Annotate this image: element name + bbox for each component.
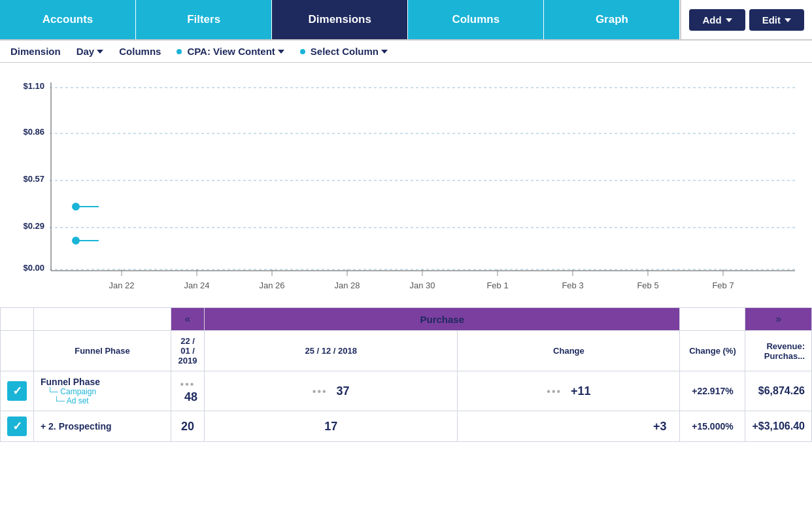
x-label-feb3: Feb 3 (562, 280, 583, 290)
nav-actions: Add Edit (680, 0, 812, 39)
dot-icon (177, 49, 182, 54)
prospecting-change-pct: +15.000% (680, 411, 745, 442)
chart-area: $1.10 $0.86 $0.57 $0.29 $0.00 Jan 22 Jan… (0, 63, 812, 307)
columns-label: Columns (119, 46, 161, 57)
y-label-0.57: $0.57 (23, 174, 44, 184)
y-label-0.86: $0.86 (23, 127, 44, 137)
funnel-col-header: Funnel Phase (34, 331, 171, 371)
next-arrow[interactable]: » (745, 308, 812, 331)
checkbox-icon: ✓ (7, 416, 27, 436)
purchase-header: Purchase (205, 308, 680, 331)
data-table: « Purchase » Funnel Phase 22 / 01 / 2019… (0, 307, 812, 442)
x-label-jan22: Jan 22 (109, 280, 134, 290)
select-column-dropdown[interactable]: Select Column (300, 46, 388, 57)
date1-col-header: 22 / 01 / 2019 (171, 331, 205, 371)
change-cell: ••• +11 (458, 371, 680, 411)
column-header-row: Funnel Phase 22 / 01 / 2019 25 / 12 / 20… (1, 331, 812, 371)
table-row: ✓ Funnel Phase └─ Campaign └─ Ad set •••… (1, 371, 812, 411)
x-label-feb7: Feb 7 (712, 280, 734, 290)
change-pct-col-header: Change (%) (680, 331, 745, 371)
chevron-down-icon (726, 18, 732, 22)
funnel-cell: Funnel Phase └─ Campaign └─ Ad set (34, 371, 171, 411)
chevron-down-icon (785, 18, 791, 22)
tab-graph[interactable]: Graph (544, 0, 680, 39)
x-label-jan26: Jan 26 (259, 280, 284, 290)
table-header-row: « Purchase » (1, 308, 812, 331)
empty-header2 (34, 308, 171, 331)
empty-header (1, 308, 34, 331)
row-checkbox[interactable]: ✓ (1, 411, 34, 442)
change-pct-cell: +22.917% (680, 371, 745, 411)
x-label-jan28: Jan 28 (334, 280, 360, 290)
day-dropdown[interactable]: Day (76, 46, 104, 57)
checkbox-icon: ✓ (7, 381, 27, 401)
prospecting-revenue: +$3,106.40 (745, 411, 812, 442)
y-label-0.00: $0.00 (23, 263, 44, 273)
tab-dimensions[interactable]: Dimensions (272, 0, 408, 39)
x-label-jan30: Jan 30 (409, 280, 435, 290)
date2-cell: ••• 37 (205, 371, 458, 411)
chevron-down-icon (381, 50, 388, 54)
tab-columns[interactable]: Columns (408, 0, 544, 39)
filter-row: Dimension Day Columns CPA: View Content … (0, 41, 812, 63)
tab-filters[interactable]: Filters (136, 0, 272, 39)
chevron-down-icon (97, 50, 103, 54)
x-label-feb1: Feb 1 (486, 280, 508, 290)
dot-icon (300, 49, 305, 54)
chevron-down-icon (278, 50, 284, 54)
y-label-1.10: $1.10 (23, 81, 44, 91)
x-label-jan24: Jan 24 (184, 280, 209, 290)
prospecting-label: + 2. Prospecting (34, 411, 171, 442)
top-navigation: Accounts Filters Dimensions Columns Grap… (0, 0, 812, 41)
edit-button[interactable]: Edit (749, 9, 804, 31)
tab-accounts[interactable]: Accounts (0, 0, 136, 39)
prospecting-val1: 20 (171, 411, 205, 442)
y-label-0.29: $0.29 (23, 221, 44, 231)
empty-header3 (680, 308, 745, 331)
line-chart: $1.10 $0.86 $0.57 $0.29 $0.00 Jan 22 Jan… (10, 69, 802, 305)
row-checkbox[interactable]: ✓ (1, 371, 34, 411)
dimension-label: Dimension (10, 46, 61, 57)
x-label-feb5: Feb 5 (637, 280, 658, 290)
prev-arrow[interactable]: « (171, 308, 205, 331)
add-button[interactable]: Add (689, 9, 745, 31)
revenue-cell: $6,874.26 (745, 371, 812, 411)
revenue-col-header: Revenue: Purchas... (745, 331, 812, 371)
prospecting-change: +3 (458, 411, 680, 442)
date1-cell: ••• 48 (171, 371, 205, 411)
cpa-dropdown[interactable]: CPA: View Content (177, 46, 284, 57)
prospecting-val2: 17 (205, 411, 458, 442)
table-row: ✓ + 2. Prospecting 20 17 +3 +15.000% +$3… (1, 411, 812, 442)
change-col-header: Change (458, 331, 680, 371)
date2-col-header: 25 / 12 / 2018 (205, 331, 458, 371)
checkbox-col-header (1, 331, 34, 371)
